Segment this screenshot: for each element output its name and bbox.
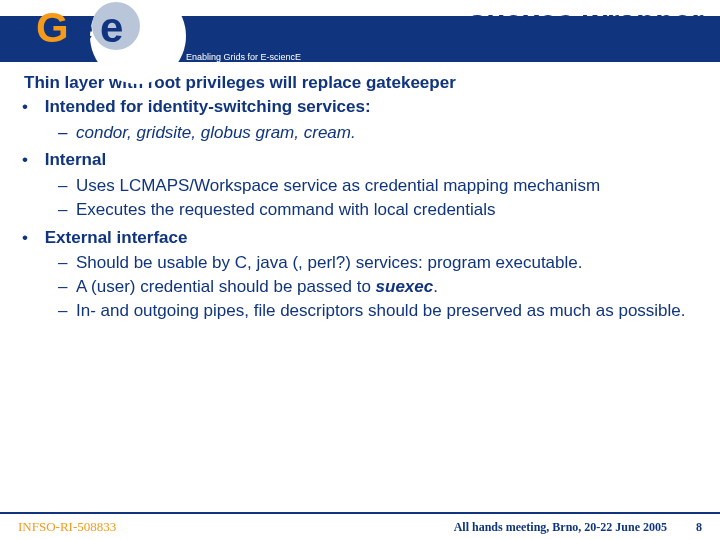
- slide-header: e G e e suexec wrapper Enabling Grids fo…: [0, 0, 720, 62]
- bullet-2-sub-1: Uses LCMAPS/Workspace service as credent…: [76, 175, 700, 197]
- slide-body: Thin layer with root privileges will rep…: [0, 62, 720, 322]
- svg-text:e: e: [100, 4, 123, 51]
- bullet-1: Intended for identity-switching services…: [40, 96, 700, 144]
- bullet-3-sub-2: A (user) credential should be passed to …: [76, 276, 700, 298]
- bullet-3: External interface Should be usable by C…: [40, 227, 700, 322]
- bullet-3-sub-1: Should be usable by C, java (, perl?) se…: [76, 252, 700, 274]
- footer-id: INFSO-RI-508833: [18, 519, 116, 535]
- footer-meeting: All hands meeting, Brno, 20-22 June 2005…: [454, 520, 702, 535]
- bullet-2-sub-2: Executes the requested command with loca…: [76, 199, 700, 221]
- bullet-2-sub: Uses LCMAPS/Workspace service as credent…: [40, 175, 700, 221]
- egee-logo: e G e e: [8, 2, 178, 62]
- bullet-2: Internal Uses LCMAPS/Workspace service a…: [40, 149, 700, 220]
- bullet-2-text: Internal: [45, 150, 106, 169]
- slide-title: suexec wrapper: [468, 4, 702, 40]
- svg-text:e: e: [70, 4, 93, 51]
- svg-text:G: G: [36, 4, 69, 51]
- svg-text:e: e: [8, 4, 31, 51]
- slide-tagline: Enabling Grids for E-sciencE: [186, 52, 301, 62]
- bullet-list: Intended for identity-switching services…: [24, 96, 700, 322]
- bullet-1-text: Intended for identity-switching services…: [45, 97, 371, 116]
- bullet-3-text: External interface: [45, 228, 188, 247]
- slide-footer: INFSO-RI-508833 All hands meeting, Brno,…: [0, 512, 720, 540]
- bullet-3-sub-3: In- and outgoing pipes, file descriptors…: [76, 300, 700, 322]
- bullet-3-sub: Should be usable by C, java (, perl?) se…: [40, 252, 700, 321]
- bullet-1-sub: condor, gridsite, globus gram, cream.: [40, 122, 700, 144]
- bullet-1-sub-1: condor, gridsite, globus gram, cream.: [76, 122, 700, 144]
- page-number: 8: [696, 520, 702, 534]
